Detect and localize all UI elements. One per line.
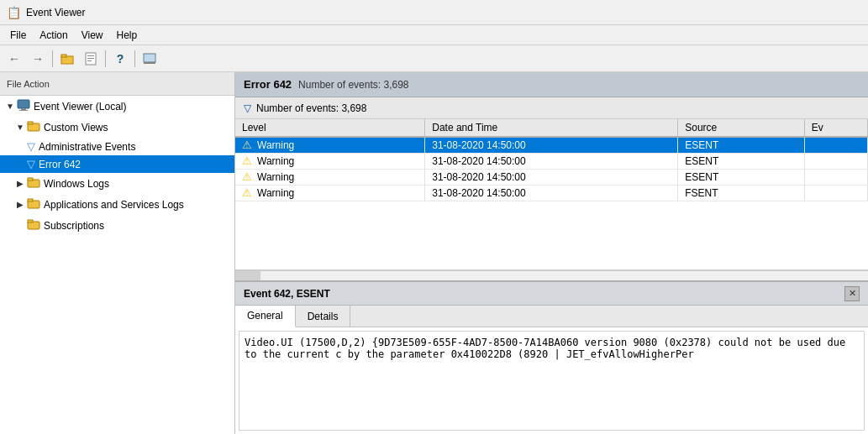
properties-icon <box>84 52 97 65</box>
tab-details[interactable]: Details <box>296 306 351 327</box>
svg-rect-4 <box>87 58 94 59</box>
table-body: Warning 31-08-2020 14:50:00 ESENT Warnin… <box>235 137 868 201</box>
cell-ev <box>804 186 867 201</box>
expand-icon-windows-logs[interactable]: ▶ <box>13 177 27 191</box>
tree-item-custom-views[interactable]: ▼ Custom Views <box>0 117 234 138</box>
cell-level: Warning <box>235 137 425 154</box>
right-header-count: Number of events: 3,698 <box>298 79 408 91</box>
tab-general[interactable]: General <box>235 306 296 327</box>
cell-level: Warning <box>235 170 425 186</box>
properties-button[interactable] <box>80 48 102 70</box>
folder-icon-subscriptions <box>27 217 40 233</box>
tree-item-app-services-logs[interactable]: ▶ Applications and Services Logs <box>0 194 234 215</box>
cell-datetime: 31-08-2020 14:50:00 <box>425 186 678 201</box>
menu-bar: File Action View Help <box>0 25 868 45</box>
help-button[interactable]: ? <box>109 48 131 70</box>
toolbar-separator-3 <box>134 50 135 67</box>
console-button[interactable] <box>139 48 160 70</box>
cell-ev <box>804 154 867 170</box>
col-source: Source <box>678 119 805 137</box>
computer-icon <box>17 98 30 114</box>
tree-item-subscriptions[interactable]: Subscriptions <box>0 215 234 236</box>
level-text: Warning <box>257 171 294 183</box>
detail-header-title: Event 642, ESENT <box>244 288 330 300</box>
tree-label-administrative-events: Administrative Events <box>39 141 135 153</box>
events-count-text: Number of events: 3,698 <box>256 102 366 114</box>
expand-icon-custom-views[interactable]: ▼ <box>13 121 27 134</box>
svg-rect-16 <box>28 199 33 201</box>
table-row[interactable]: Warning 31-08-2020 14:50:00 FSENT <box>235 186 868 201</box>
action-header-text: File Action <box>7 79 50 89</box>
right-panel-header: Error 642 Number of events: 3,698 <box>235 72 868 97</box>
warning-icon <box>242 155 254 167</box>
warning-icon <box>242 171 254 183</box>
detail-text: Video.UI (17500,D,2) {9D73E509-655F-4AD7… <box>245 337 845 360</box>
app-icon: 📋 <box>7 6 21 19</box>
cell-source: ESENT <box>678 170 805 186</box>
back-button[interactable]: ← <box>3 48 25 70</box>
tree-item-administrative-events[interactable]: ▽ Administrative Events <box>0 138 234 155</box>
tree-label-subscriptions: Subscriptions <box>44 220 104 232</box>
svg-rect-14 <box>28 178 33 180</box>
menu-action[interactable]: Action <box>33 28 74 43</box>
detail-content: Video.UI (17500,D,2) {9D73E509-655F-4AD7… <box>239 331 865 431</box>
horizontal-scrollbar[interactable] <box>235 270 868 280</box>
expand-icon-root[interactable]: ▼ <box>3 100 17 113</box>
detail-tabs: General Details <box>235 306 868 327</box>
cell-source: ESENT <box>678 154 805 170</box>
folder-icon-app-services <box>27 196 40 212</box>
menu-help[interactable]: Help <box>110 28 145 43</box>
tree-item-event-viewer-local[interactable]: ▼ Event Viewer (Local) <box>0 96 234 117</box>
folder-open-icon <box>60 52 74 65</box>
table-row[interactable]: Warning 31-08-2020 14:50:00 ESENT <box>235 154 868 170</box>
cell-ev <box>804 170 867 186</box>
col-ev: Ev <box>804 119 867 137</box>
warning-icon <box>242 139 254 151</box>
toolbar-separator-2 <box>105 50 106 67</box>
svg-rect-18 <box>28 220 33 222</box>
filter-icon: ▽ <box>244 102 251 114</box>
filter-icon-admin: ▽ <box>27 140 35 153</box>
svg-rect-9 <box>21 108 26 110</box>
open-button[interactable] <box>56 48 78 70</box>
menu-file[interactable]: File <box>3 28 33 43</box>
cell-ev <box>804 137 867 154</box>
toolbar-separator-1 <box>52 50 53 67</box>
detail-close-button[interactable]: ✕ <box>844 286 860 301</box>
svg-rect-3 <box>87 55 94 56</box>
tree-item-error-642[interactable]: ▽ Error 642 <box>0 155 234 173</box>
menu-view[interactable]: View <box>75 28 110 43</box>
svg-rect-8 <box>18 100 29 108</box>
title-bar: 📋 Event Viewer <box>0 0 868 25</box>
cell-datetime: 31-08-2020 14:50:00 <box>425 170 678 186</box>
toolbar: ← → ? <box>0 45 868 72</box>
level-text: Warning <box>257 187 294 199</box>
main-content: File Action ▼ Event Viewer (Local) ▼ <box>0 72 868 434</box>
cell-source: ESENT <box>678 137 805 154</box>
events-table-container[interactable]: Level Date and Time Source Ev Warning <box>235 119 868 270</box>
svg-rect-7 <box>144 62 155 64</box>
events-table: Level Date and Time Source Ev Warning <box>235 119 868 201</box>
table-row[interactable]: Warning 31-08-2020 14:50:00 ESENT <box>235 170 868 186</box>
right-panel: Error 642 Number of events: 3,698 ▽ Numb… <box>235 72 868 434</box>
cell-source: FSENT <box>678 186 805 201</box>
tree-label-app-services: Applications and Services Logs <box>44 199 184 211</box>
svg-rect-10 <box>19 110 28 111</box>
tree-label-custom-views: Custom Views <box>44 122 108 133</box>
title-bar-text: Event Viewer <box>26 7 85 18</box>
level-text: Warning <box>257 155 294 167</box>
detail-header: Event 642, ESENT ✕ <box>235 282 868 306</box>
expand-icon-app-services[interactable]: ▶ <box>13 198 27 212</box>
tree-item-windows-logs[interactable]: ▶ Windows Logs <box>0 173 234 194</box>
cell-datetime: 31-08-2020 14:50:00 <box>425 137 678 154</box>
tree-label-error-642: Error 642 <box>39 159 81 170</box>
folder-icon-windows-logs <box>27 175 40 191</box>
level-text: Warning <box>257 139 294 151</box>
tab-details-label: Details <box>308 311 339 322</box>
forward-button[interactable]: → <box>27 48 49 70</box>
filter-icon-error642: ▽ <box>27 158 35 170</box>
table-row[interactable]: Warning 31-08-2020 14:50:00 ESENT <box>235 137 868 154</box>
action-header: File Action <box>0 72 234 96</box>
events-count-bar: ▽ Number of events: 3,698 <box>235 97 868 119</box>
svg-rect-1 <box>61 55 66 57</box>
